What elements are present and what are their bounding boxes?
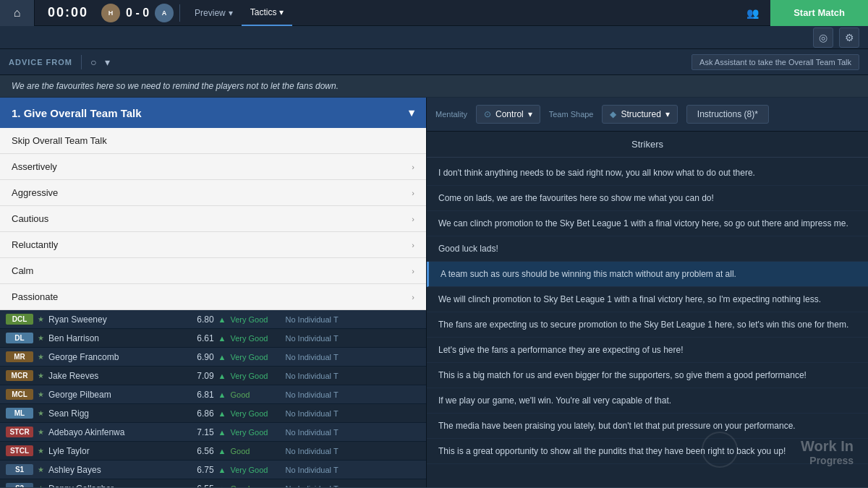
- table-row[interactable]: MR ★ George Francomb 6.90 ▲ Very Good No…: [0, 348, 426, 367]
- home-team-crest: H: [101, 4, 120, 22]
- team-talk-option[interactable]: If we play our game, we'll win. You're a…: [427, 388, 868, 414]
- player-individual-talk: No Individual T: [285, 315, 420, 324]
- player-individual-talk: No Individual T: [285, 428, 420, 437]
- player-name: Jake Reeves: [48, 371, 184, 381]
- rating-arrow-icon: ▲: [218, 428, 226, 437]
- player-rating: 6.61: [188, 333, 214, 343]
- start-match-button[interactable]: Start Match: [770, 0, 868, 26]
- table-row[interactable]: S1 ★ Ashley Bayes 6.75 ▲ Very Good No In…: [0, 461, 426, 479]
- table-row[interactable]: ML ★ Sean Rigg 6.86 ▲ Very Good No Indiv…: [0, 404, 426, 423]
- position-badge: DL: [6, 333, 33, 343]
- calm-chevron-icon: ›: [412, 267, 414, 275]
- position-badge: DCL: [6, 314, 33, 325]
- team-shape-value: Structured: [621, 109, 660, 119]
- team-talk-option[interactable]: We can clinch promotion to the Sky Bet L…: [427, 211, 868, 236]
- team-talk-option[interactable]: A team such as ours should be winning th…: [427, 262, 868, 287]
- team-talk-option[interactable]: This is a great opportunity to show all …: [427, 439, 868, 464]
- table-row[interactable]: S2 ★ Danny Gallagher 6.55 ▲ Good No Indi…: [0, 479, 426, 487]
- position-badge: ML: [6, 408, 33, 419]
- rating-arrow-icon: ▲: [218, 372, 226, 380]
- away-team-crest: A: [155, 4, 174, 22]
- preview-label: Preview: [195, 8, 226, 18]
- player-individual-talk: No Individual T: [285, 372, 420, 380]
- passionate-option[interactable]: Passionate ›: [0, 284, 426, 310]
- player-mood: Very Good: [230, 353, 281, 361]
- table-row[interactable]: STCR ★ Adebayo Akinfenwa 7.15 ▲ Very Goo…: [0, 423, 426, 442]
- second-nav: ◎ ⚙: [0, 26, 868, 49]
- tactics-chevron-icon: ▾: [279, 7, 284, 17]
- team-talk-option[interactable]: The media have been praising you lately,…: [427, 414, 868, 439]
- calm-label: Calm: [12, 265, 33, 276]
- table-row[interactable]: DL ★ Ben Harrison 6.61 ▲ Very Good No In…: [0, 329, 426, 348]
- instructions-button[interactable]: Instructions (8)*: [686, 105, 769, 124]
- player-name: Sean Rigg: [48, 408, 184, 419]
- cautious-option[interactable]: Cautious ›: [0, 206, 426, 232]
- player-individual-talk: No Individual T: [285, 390, 420, 399]
- player-name: George Pilbeam: [48, 390, 184, 400]
- team-talk-option[interactable]: Let's give the fans a performance they a…: [427, 338, 868, 363]
- player-mood: Very Good: [230, 334, 281, 343]
- preview-nav-item[interactable]: Preview ▾: [186, 8, 242, 18]
- player-mood: Very Good: [230, 409, 281, 418]
- aggressive-option[interactable]: Aggressive ›: [0, 180, 426, 206]
- player-name: Ashley Bayes: [48, 465, 184, 475]
- team-talk-option[interactable]: We will clinch promotion to Sky Bet Leag…: [427, 287, 868, 312]
- calm-option[interactable]: Calm ›: [0, 258, 426, 284]
- top-nav: ⌂ 00:00 H 0 - 0 A Preview ▾ Tactics ▾ 👥 …: [0, 0, 868, 26]
- team-talk-option[interactable]: The fans are expecting us to secure prom…: [427, 312, 868, 338]
- team-talk-option[interactable]: Good luck lads!: [427, 236, 868, 262]
- rating-arrow-icon: ▲: [218, 466, 226, 474]
- mentality-icon: ⊙: [484, 109, 491, 119]
- give-overall-team-talk-dropdown[interactable]: 1. Give Overall Team Talk ▾: [0, 98, 426, 128]
- player-form-icon: ★: [38, 372, 44, 380]
- player-rating: 6.56: [188, 446, 214, 456]
- player-form-icon: ★: [38, 428, 44, 436]
- table-row[interactable]: STCL ★ Lyle Taylor 6.56 ▲ Good No Indivi…: [0, 442, 426, 461]
- team-talk-option[interactable]: I don't think anything needs to be said …: [427, 160, 868, 186]
- player-individual-talk: No Individual T: [285, 353, 420, 361]
- player-form-icon: ★: [38, 315, 44, 323]
- table-row[interactable]: MCR ★ Jake Reeves 7.09 ▲ Very Good No In…: [0, 367, 426, 385]
- position-badge: MR: [6, 351, 33, 362]
- player-name: Lyle Taylor: [48, 446, 184, 456]
- team-shape-select[interactable]: ◆ Structured ▾: [602, 105, 677, 124]
- left-panel: 1. Give Overall Team Talk ▾ Skip Overall…: [0, 98, 427, 487]
- advice-chevron-icon[interactable]: ▾: [105, 56, 110, 68]
- advice-circle-icon[interactable]: ○: [90, 56, 96, 68]
- player-form-icon: ★: [38, 484, 44, 487]
- target-icon: ◎: [819, 32, 827, 43]
- skip-overall-team-talk-option[interactable]: Skip Overall Team Talk: [0, 128, 426, 154]
- player-rating: 6.90: [188, 352, 214, 362]
- player-form-icon: ★: [38, 334, 44, 342]
- player-rating: 6.86: [188, 408, 214, 419]
- table-row[interactable]: MCL ★ George Pilbeam 6.81 ▲ Good No Indi…: [0, 385, 426, 404]
- main-content: 1. Give Overall Team Talk ▾ Skip Overall…: [0, 98, 868, 487]
- position-badge: STCL: [6, 445, 33, 456]
- notice-bar: We are the favourites here so we need to…: [0, 75, 868, 98]
- player-individual-talk: No Individual T: [285, 447, 420, 455]
- assertively-option[interactable]: Assertively ›: [0, 154, 426, 180]
- strikers-label: Strikers: [427, 132, 868, 158]
- dropdown-title: 1. Give Overall Team Talk: [12, 107, 142, 119]
- team-talk-option[interactable]: Come on lads, we are the favourites here…: [427, 186, 868, 211]
- table-row[interactable]: DCL ★ Ryan Sweeney 6.80 ▲ Very Good No I…: [0, 310, 426, 329]
- rating-arrow-icon: ▲: [218, 315, 226, 324]
- skip-label: Skip Overall Team Talk: [12, 135, 107, 146]
- score-display: 0 - 0: [120, 7, 155, 20]
- position-badge: STCR: [6, 427, 33, 437]
- reluctantly-option[interactable]: Reluctantly ›: [0, 232, 426, 258]
- player-name: Ben Harrison: [48, 333, 184, 343]
- nav-separator: [179, 4, 180, 22]
- home-icon: ⌂: [14, 7, 21, 20]
- player-form-icon: ★: [38, 353, 44, 361]
- assertively-chevron-icon: ›: [412, 163, 414, 171]
- squad-icon[interactable]: 👥: [735, 7, 770, 19]
- target-view-button[interactable]: ◎: [813, 27, 833, 48]
- tactics-nav-item[interactable]: Tactics ▾: [242, 0, 293, 26]
- cautious-label: Cautious: [12, 213, 48, 224]
- settings-button[interactable]: ⚙: [839, 27, 859, 48]
- ask-assistant-button[interactable]: Ask Assistant to take the Overall Team T…: [692, 54, 859, 70]
- home-button[interactable]: ⌂: [0, 0, 35, 26]
- team-talk-option[interactable]: This is a big match for us and even bigg…: [427, 363, 868, 388]
- mentality-select[interactable]: ⊙ Control ▾: [476, 105, 540, 124]
